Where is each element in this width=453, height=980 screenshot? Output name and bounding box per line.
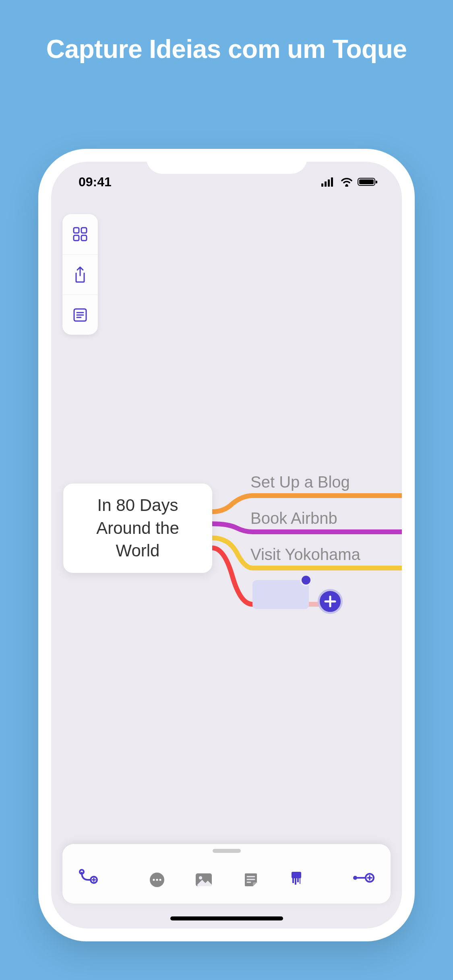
side-toolbar [62, 214, 98, 335]
status-icons [321, 177, 379, 187]
share-icon [72, 266, 88, 284]
svg-point-4 [346, 184, 348, 186]
svg-rect-36 [300, 877, 300, 884]
selection-handle[interactable] [300, 574, 312, 586]
note-button[interactable] [238, 867, 263, 893]
mindmap-canvas[interactable]: In 80 Days Around the World Set Up a Blo… [51, 162, 402, 929]
svg-rect-1 [325, 181, 327, 187]
bottom-toolbar [62, 844, 391, 904]
svg-rect-0 [321, 183, 323, 187]
svg-point-26 [159, 879, 161, 881]
central-node[interactable]: In 80 Days Around the World [63, 484, 212, 573]
style-button[interactable] [283, 866, 309, 894]
svg-rect-3 [331, 177, 333, 187]
add-subtopic-button[interactable] [74, 865, 103, 891]
battery-icon [358, 177, 379, 187]
svg-point-24 [153, 879, 155, 881]
share-button[interactable] [62, 254, 98, 294]
svg-rect-9 [81, 228, 87, 233]
phone-frame: 09:41 [38, 149, 415, 941]
child-node-2[interactable]: Book Airbnb [250, 509, 337, 527]
svg-rect-34 [295, 877, 296, 885]
sheet-handle[interactable] [213, 849, 241, 853]
svg-rect-10 [74, 235, 79, 241]
svg-rect-11 [81, 235, 87, 241]
cellular-icon [321, 177, 336, 187]
marketing-title: Capture Ideias com um Toque [0, 0, 453, 64]
bottom-center-group [144, 866, 309, 894]
svg-rect-6 [359, 179, 374, 184]
svg-rect-35 [297, 877, 299, 882]
grid-view-button[interactable] [62, 214, 98, 254]
note-icon [242, 871, 259, 889]
phone-screen: 09:41 [51, 162, 402, 929]
grid-icon [72, 226, 88, 242]
svg-point-28 [199, 876, 202, 879]
svg-rect-2 [328, 179, 330, 187]
subtopic-icon [79, 869, 99, 887]
status-time: 09:41 [79, 175, 112, 189]
svg-point-25 [156, 879, 158, 881]
add-sibling-button[interactable] [348, 868, 379, 888]
svg-rect-8 [74, 228, 79, 233]
child-node-3[interactable]: Visit Yokohama [250, 546, 360, 564]
child-node-1[interactable]: Set Up a Blog [250, 473, 350, 491]
brush-icon [288, 870, 305, 889]
image-button[interactable] [190, 867, 217, 893]
svg-rect-7 [376, 181, 377, 183]
wifi-icon [340, 177, 354, 187]
svg-rect-33 [292, 877, 294, 883]
outline-button[interactable] [62, 294, 98, 335]
image-icon [194, 871, 213, 889]
notch [146, 149, 307, 174]
add-node-button[interactable] [318, 589, 343, 614]
more-button[interactable] [144, 867, 170, 893]
more-icon [148, 871, 166, 889]
plus-icon [323, 594, 337, 609]
outline-icon [72, 307, 88, 323]
sibling-icon [352, 872, 374, 884]
new-node-placeholder[interactable] [252, 580, 309, 609]
svg-rect-32 [292, 872, 301, 878]
home-indicator[interactable] [170, 916, 283, 920]
